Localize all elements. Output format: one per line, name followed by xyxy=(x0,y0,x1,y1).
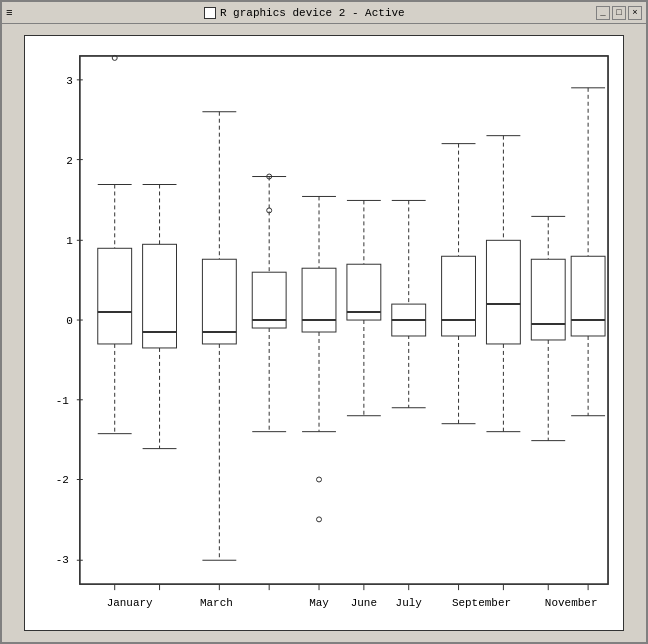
titlebar: ≡ R graphics device 2 - Active _ □ × xyxy=(2,2,646,24)
plot-area: 3 2 1 0 -1 -2 -3 xyxy=(2,24,646,642)
y-label-2: 2 xyxy=(66,155,73,167)
window-title: R graphics device 2 - Active xyxy=(220,7,405,19)
jan-box xyxy=(98,248,132,344)
y-label-0: 0 xyxy=(66,315,73,327)
minimize-button[interactable]: _ xyxy=(596,6,610,20)
x-label-mar: March xyxy=(200,597,233,609)
sep-box xyxy=(486,240,520,344)
x-label-jul: July xyxy=(396,597,423,609)
y-label-1: 1 xyxy=(66,235,73,247)
menu-icon[interactable]: ≡ xyxy=(6,7,13,19)
titlebar-controls: _ □ × xyxy=(596,6,642,20)
aug-box xyxy=(442,256,476,336)
may-box xyxy=(302,268,336,332)
title-icon xyxy=(204,7,216,19)
x-label-sep: September xyxy=(452,597,511,609)
chart-svg: 3 2 1 0 -1 -2 -3 xyxy=(25,36,623,630)
nov-box xyxy=(571,256,605,336)
y-label-neg1: -1 xyxy=(56,395,70,407)
x-label-jan: January xyxy=(107,597,153,609)
titlebar-left: ≡ xyxy=(6,7,13,19)
titlebar-title: R graphics device 2 - Active xyxy=(13,7,596,19)
plot-container: 3 2 1 0 -1 -2 -3 xyxy=(24,35,624,631)
close-button[interactable]: × xyxy=(628,6,642,20)
x-label-nov: November xyxy=(545,597,598,609)
y-label-neg2: -2 xyxy=(56,474,69,486)
y-label-neg3: -3 xyxy=(56,554,69,566)
x-label-may: May xyxy=(309,597,329,609)
maximize-button[interactable]: □ xyxy=(612,6,626,20)
y-label-3: 3 xyxy=(66,75,73,87)
x-label-jun: June xyxy=(351,597,377,609)
window: ≡ R graphics device 2 - Active _ □ × xyxy=(0,0,648,644)
oct-box xyxy=(531,259,565,340)
